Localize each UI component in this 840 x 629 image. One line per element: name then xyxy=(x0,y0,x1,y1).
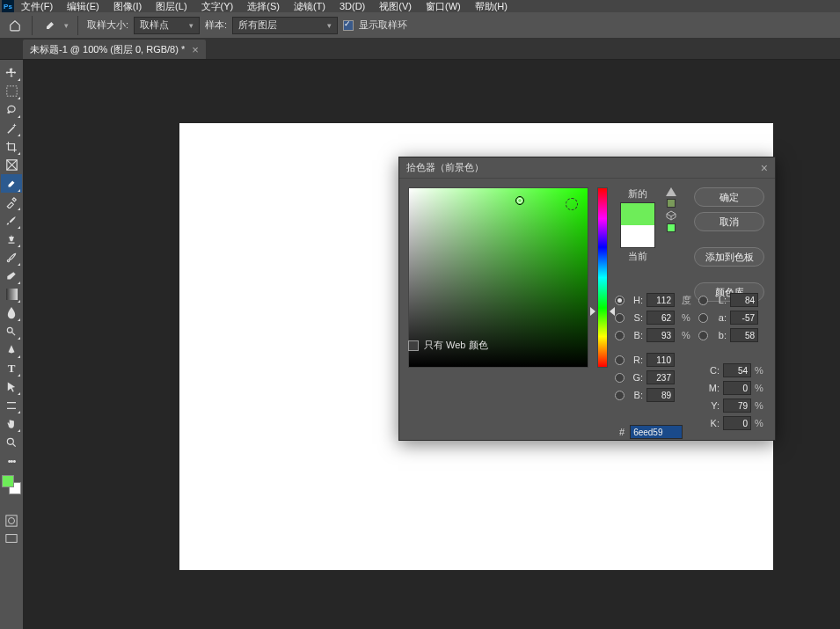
path-select-tool[interactable] xyxy=(1,377,22,396)
input-bv[interactable] xyxy=(646,328,675,342)
move-tool[interactable] xyxy=(1,63,22,82)
eyedropper-tool[interactable] xyxy=(1,174,22,193)
new-color-swatch[interactable] xyxy=(621,203,654,225)
current-color-swatch[interactable] xyxy=(621,225,654,247)
radio-lab-b[interactable] xyxy=(698,331,708,340)
add-swatch-button[interactable]: 添加到色板 xyxy=(694,247,764,267)
chevron-down-icon: ▾ xyxy=(189,21,194,30)
close-icon[interactable]: × xyxy=(761,161,768,175)
screenmode-button[interactable] xyxy=(1,530,22,547)
healing-brush-tool[interactable] xyxy=(1,193,22,211)
input-a[interactable] xyxy=(730,311,758,325)
quickmask-button[interactable] xyxy=(1,512,22,530)
input-hex[interactable] xyxy=(630,425,683,439)
input-h[interactable] xyxy=(646,293,675,307)
sample-size-value: 取样点 xyxy=(140,18,169,32)
menu-filter[interactable]: 滤镜(T) xyxy=(287,0,332,13)
menu-layer[interactable]: 图层(L) xyxy=(149,0,194,13)
edit-toolbar[interactable]: ••• xyxy=(1,451,22,470)
menu-window[interactable]: 窗口(W) xyxy=(419,0,468,13)
radio-b[interactable] xyxy=(615,331,625,340)
tab-title: 未标题-1 @ 100% (图层 0, RGB/8) * xyxy=(30,43,185,56)
ok-button[interactable]: 确定 xyxy=(694,187,764,207)
dodge-tool[interactable] xyxy=(1,322,22,340)
menu-help[interactable]: 帮助(H) xyxy=(468,0,515,13)
close-icon[interactable]: × xyxy=(192,43,199,56)
color-swatches[interactable] xyxy=(0,475,23,505)
hand-tool[interactable] xyxy=(1,414,22,433)
current-color-label: 当前 xyxy=(620,250,655,263)
eyedropper-icon[interactable] xyxy=(41,17,59,34)
magic-wand-tool[interactable] xyxy=(1,119,22,137)
brush-tool[interactable] xyxy=(1,211,22,230)
input-s[interactable] xyxy=(646,311,675,325)
radio-h[interactable] xyxy=(615,296,625,305)
cmyk-fields: C:% M:% Y:% K:% xyxy=(707,363,767,430)
radio-l[interactable] xyxy=(698,296,708,305)
svg-rect-0 xyxy=(6,86,16,96)
input-m[interactable] xyxy=(723,381,751,395)
svg-point-5 xyxy=(7,438,13,444)
menu-file[interactable]: 文件(F) xyxy=(14,0,60,13)
chevron-down-icon: ▾ xyxy=(327,21,332,30)
gradient-tool[interactable] xyxy=(1,285,22,304)
menu-select[interactable]: 选择(S) xyxy=(240,0,287,13)
hue-slider[interactable] xyxy=(595,187,610,368)
clone-stamp-tool[interactable] xyxy=(1,230,22,248)
dialog-titlebar[interactable]: 拾色器（前景色） × xyxy=(399,157,775,179)
sample-size-select[interactable]: 取样点 ▾ xyxy=(134,17,200,34)
svg-rect-8 xyxy=(6,535,17,543)
radio-bb[interactable] xyxy=(615,391,625,400)
web-only-row: 只有 Web 颜色 xyxy=(408,339,488,352)
input-k[interactable] xyxy=(723,416,751,430)
document-tab-bar: 未标题-1 @ 100% (图层 0, RGB/8) * × xyxy=(0,39,840,60)
radio-r[interactable] xyxy=(615,355,625,365)
input-g[interactable] xyxy=(646,370,675,384)
menu-bar: Ps 文件(F) 编辑(E) 图像(I) 图层(L) 文字(Y) 选择(S) 滤… xyxy=(0,0,840,12)
divider xyxy=(77,16,78,35)
history-brush-tool[interactable] xyxy=(1,248,22,267)
menu-3d[interactable]: 3D(D) xyxy=(332,1,372,11)
sample-select[interactable]: 所有图层 ▾ xyxy=(232,17,338,34)
radio-s[interactable] xyxy=(615,313,625,323)
document-tab[interactable]: 未标题-1 @ 100% (图层 0, RGB/8) * × xyxy=(23,40,206,59)
web-only-label: 只有 Web 颜色 xyxy=(424,339,488,352)
option-bar: ▾ 取样大小: 取样点 ▾ 样本: 所有图层 ▾ 显示取样环 xyxy=(0,12,840,39)
pen-tool[interactable] xyxy=(1,340,22,359)
lasso-tool[interactable] xyxy=(1,100,22,119)
foreground-swatch[interactable] xyxy=(2,475,14,487)
radio-g[interactable] xyxy=(615,373,625,383)
show-ring-checkbox[interactable] xyxy=(343,20,354,31)
web-safe-swatch[interactable] xyxy=(667,223,676,232)
menu-view[interactable]: 视图(V) xyxy=(372,0,419,13)
tool-preset-chevron-icon[interactable]: ▾ xyxy=(64,21,69,30)
home-icon[interactable] xyxy=(7,18,23,33)
menu-type[interactable]: 文字(Y) xyxy=(194,0,241,13)
canvas-area: 拾色器（前景色） × 新的 xyxy=(23,60,840,629)
ps-logo: Ps xyxy=(2,0,14,12)
input-y[interactable] xyxy=(723,399,751,413)
web-only-checkbox[interactable] xyxy=(408,340,419,351)
input-bb[interactable] xyxy=(646,388,675,402)
gamut-nearest-swatch[interactable] xyxy=(667,199,676,208)
frame-tool[interactable] xyxy=(1,156,22,174)
cancel-button[interactable]: 取消 xyxy=(694,212,764,231)
eraser-tool[interactable] xyxy=(1,267,22,285)
svg-rect-3 xyxy=(6,289,18,300)
input-l[interactable] xyxy=(730,293,758,307)
shape-tool[interactable] xyxy=(1,396,22,414)
blur-tool[interactable] xyxy=(1,304,22,322)
web-safe-cube-icon[interactable] xyxy=(666,210,676,221)
radio-a[interactable] xyxy=(698,313,708,323)
gamut-warning-icon[interactable] xyxy=(666,187,676,196)
marquee-tool[interactable] xyxy=(1,82,22,100)
input-c[interactable] xyxy=(723,363,751,377)
type-tool[interactable]: T xyxy=(1,359,22,377)
input-lab-b[interactable] xyxy=(730,328,758,342)
menu-edit[interactable]: 编辑(E) xyxy=(60,0,106,13)
input-r[interactable] xyxy=(646,353,675,367)
menu-image[interactable]: 图像(I) xyxy=(106,0,149,13)
zoom-tool[interactable] xyxy=(1,433,22,451)
sample-label: 样本: xyxy=(205,18,227,32)
crop-tool[interactable] xyxy=(1,137,22,156)
